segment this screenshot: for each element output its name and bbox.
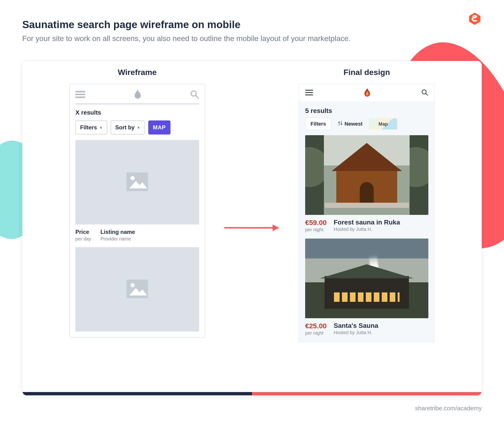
wireframe-topbar [70, 84, 205, 104]
listing-card[interactable]: €59.00 per night Forest sauna in Ruka Ho… [299, 135, 434, 239]
comparison-card: Wireframe X results [22, 61, 482, 396]
price-label: Price [75, 229, 91, 235]
footer-link[interactable]: sharetribe.com/academy [415, 405, 482, 412]
topbar-divider [75, 104, 199, 104]
wireframe-column: Wireframe X results [22, 61, 252, 395]
wireframe-listing-card[interactable] [70, 247, 205, 337]
hamburger-icon[interactable] [305, 89, 313, 97]
svg-rect-14 [305, 94, 313, 95]
page-title: Saunatime search page wireframe on mobil… [22, 19, 468, 30]
listing-photo [305, 135, 428, 215]
listing-card[interactable]: €25.00 per night Santa's Sauna Hosted by… [299, 239, 434, 342]
svg-rect-2 [75, 94, 85, 95]
listing-title: Forest sauna in Ruka [334, 219, 400, 226]
search-icon[interactable] [190, 90, 199, 100]
filters-label: Filters [80, 124, 97, 131]
svg-rect-3 [75, 97, 85, 98]
provider-name-label: Provider name [100, 236, 135, 241]
wireframe-results-count: X results [70, 109, 205, 121]
listing-host: Hosted by Jutta H. [334, 227, 400, 232]
sort-button[interactable]: Sort by ▲▼ [111, 121, 145, 135]
image-icon [126, 279, 148, 300]
image-placeholder [75, 247, 199, 332]
listing-meta: €59.00 per night Forest sauna in Ruka Ho… [305, 215, 428, 233]
final-phone: 5 results Filters Newest Map [299, 84, 435, 342]
final-controls: Filters Newest Map [299, 118, 434, 135]
listing-host: Hosted by Jutta H. [334, 330, 378, 335]
image-placeholder [75, 140, 199, 225]
wireframe-phone: X results Filters ▲▼ Sort by ▲▼ MAP [69, 84, 205, 338]
svg-line-5 [196, 96, 198, 98]
listing-price: €25.00 [305, 322, 327, 330]
flame-logo-icon[interactable] [364, 88, 371, 98]
listing-title: Santa's Sauna [334, 322, 378, 329]
svg-marker-0 [469, 13, 480, 25]
arrow-icon [224, 223, 280, 233]
map-label: MAP [153, 124, 166, 131]
filters-label: Filters [311, 121, 326, 127]
final-topbar [299, 84, 434, 102]
listing-meta: €25.00 per night Santa's Sauna Hosted by… [305, 318, 428, 336]
map-button[interactable]: MAP [148, 121, 170, 135]
final-results-count: 5 results [299, 102, 434, 118]
final-column: Final design 5 results Filt [252, 61, 482, 395]
filters-button[interactable]: Filters [305, 118, 331, 130]
sort-icon [338, 121, 343, 127]
svg-rect-13 [305, 92, 313, 93]
map-toggle[interactable]: Map [369, 118, 397, 130]
svg-point-7 [130, 176, 135, 180]
wireframe-listing-meta: Price per day Listing name Provider name [75, 225, 199, 241]
sort-label: Sort by [115, 124, 135, 131]
filters-button[interactable]: Filters ▲▼ [75, 121, 107, 135]
listing-photo [305, 239, 428, 318]
page-subtitle: For your site to work on all screens, yo… [22, 33, 468, 44]
search-icon[interactable] [421, 89, 428, 97]
listing-per: per night [305, 227, 327, 233]
map-label: Map [378, 121, 388, 127]
listing-price: €59.00 [305, 219, 327, 227]
wireframe-controls: Filters ▲▼ Sort by ▲▼ MAP [70, 121, 205, 140]
svg-rect-1 [75, 91, 85, 92]
svg-point-10 [130, 283, 135, 287]
sort-label: Newest [344, 121, 363, 127]
page-header: Saunatime search page wireframe on mobil… [22, 19, 482, 44]
sharetribe-logo-icon [468, 12, 482, 27]
listing-name-label: Listing name [100, 229, 135, 235]
sort-button[interactable]: Newest [338, 121, 363, 127]
listing-per: per night [305, 330, 327, 336]
hamburger-icon[interactable] [75, 91, 85, 99]
flame-logo-icon[interactable] [134, 90, 142, 100]
image-icon [126, 172, 148, 193]
wireframe-heading: Wireframe [118, 68, 157, 77]
card-footer-accent [22, 392, 482, 395]
svg-rect-12 [305, 90, 313, 91]
per-day-label: per day [75, 236, 91, 241]
svg-marker-18 [273, 225, 279, 231]
wireframe-listing-card[interactable]: Price per day Listing name Provider name [70, 140, 205, 247]
svg-line-16 [426, 93, 428, 95]
final-heading: Final design [343, 68, 390, 77]
